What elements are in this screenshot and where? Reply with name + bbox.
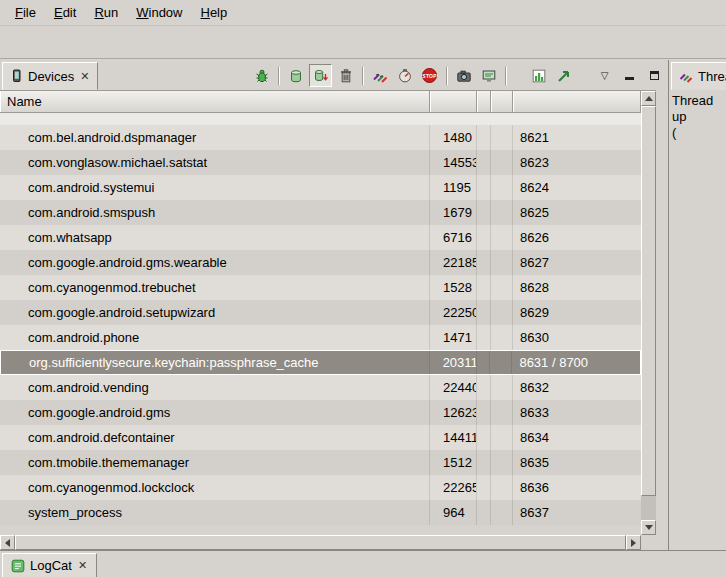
table-row[interactable]: system_process 964 8637 bbox=[0, 500, 641, 525]
process-port: 8635 bbox=[513, 450, 641, 475]
horizontal-scrollbar-thumb[interactable] bbox=[15, 535, 626, 550]
process-cell bbox=[477, 125, 491, 150]
table-row[interactable]: com.android.defcontainer 14411 8634 bbox=[0, 425, 641, 450]
screen-capture-icon[interactable] bbox=[452, 64, 475, 87]
tab-devices[interactable]: Devices ✕ bbox=[2, 62, 98, 90]
process-cell bbox=[477, 250, 491, 275]
report-icon[interactable] bbox=[527, 64, 550, 87]
devices-view: Devices ✕ bbox=[0, 60, 668, 550]
process-cell bbox=[491, 425, 513, 450]
system-info-icon[interactable] bbox=[477, 64, 500, 87]
dump-hprof-icon[interactable] bbox=[309, 64, 332, 87]
update-heap-icon[interactable] bbox=[284, 64, 307, 87]
tab-threads-label: Threads bbox=[698, 69, 726, 84]
main-toolbar-strip bbox=[0, 26, 726, 59]
threads-message-line1: Thread up bbox=[672, 93, 723, 125]
process-cell bbox=[491, 375, 513, 400]
process-name: system_process bbox=[0, 500, 430, 525]
process-name: com.android.defcontainer bbox=[0, 425, 430, 450]
table-row[interactable]: com.android.vending 22440 8632 bbox=[0, 375, 641, 400]
process-pid: 1480 bbox=[430, 125, 477, 150]
scroll-right-icon[interactable] bbox=[626, 535, 641, 550]
table-row[interactable]: com.cyanogenmod.lockclock 22265 8636 bbox=[0, 475, 641, 500]
process-cell bbox=[491, 500, 513, 525]
process-cell bbox=[491, 325, 513, 350]
process-cell bbox=[477, 400, 491, 425]
column-header[interactable] bbox=[491, 91, 513, 112]
menu-window[interactable]: Window bbox=[127, 1, 191, 24]
process-cell bbox=[477, 300, 491, 325]
device-table-body: com.bel.android.dspmanager 1480 8621 com… bbox=[0, 113, 641, 535]
menu-edit[interactable]: Edit bbox=[45, 1, 85, 24]
horizontal-scrollbar[interactable] bbox=[0, 535, 656, 550]
devices-toolbar: STOP bbox=[250, 63, 666, 88]
table-row[interactable]: com.cyanogenmod.trebuchet 1528 8628 bbox=[0, 275, 641, 300]
devices-tabbar: Devices ✕ bbox=[0, 60, 668, 90]
process-port: 8624 bbox=[513, 175, 641, 200]
tracing-arrow-icon[interactable] bbox=[552, 64, 575, 87]
menu-file[interactable]: File bbox=[6, 1, 45, 24]
process-name: com.whatsapp bbox=[0, 225, 430, 250]
process-cell bbox=[491, 300, 513, 325]
process-pid: 22265 bbox=[430, 475, 477, 500]
process-pid: 22440 bbox=[430, 375, 477, 400]
update-threads-icon[interactable] bbox=[368, 64, 391, 87]
process-port: 8632 bbox=[513, 375, 641, 400]
tab-logcat[interactable]: LogCat ✕ bbox=[2, 553, 97, 577]
process-cell bbox=[491, 175, 513, 200]
table-row[interactable]: com.tmobile.thememanager 1512 8635 bbox=[0, 450, 641, 475]
process-pid: 6716 bbox=[430, 225, 477, 250]
scroll-left-icon[interactable] bbox=[0, 535, 15, 550]
table-row[interactable]: com.google.android.setupwizard 22250 862… bbox=[0, 300, 641, 325]
process-name: com.cyanogenmod.lockclock bbox=[0, 475, 430, 500]
close-icon[interactable]: ✕ bbox=[77, 559, 88, 572]
process-name: com.android.systemui bbox=[0, 175, 430, 200]
table-row[interactable]: com.google.android.gms.wearable 22185 86… bbox=[0, 250, 641, 275]
column-header-pid[interactable] bbox=[430, 91, 477, 112]
cause-gc-icon[interactable] bbox=[334, 64, 357, 87]
process-cell bbox=[491, 225, 513, 250]
table-row[interactable]: com.android.phone 1471 8630 bbox=[0, 325, 641, 350]
process-pid: 1528 bbox=[430, 275, 477, 300]
logcat-tab-icon bbox=[11, 559, 25, 573]
method-profiling-icon[interactable] bbox=[393, 64, 416, 87]
table-row[interactable]: com.android.smspush 1679 8625 bbox=[0, 200, 641, 225]
process-name: com.android.vending bbox=[0, 375, 430, 400]
process-pid: 1679 bbox=[430, 200, 477, 225]
toolbar-separator bbox=[446, 67, 447, 85]
process-cell bbox=[477, 325, 491, 350]
vertical-scrollbar-thumb[interactable] bbox=[641, 106, 656, 496]
view-menu-icon[interactable]: ▽ bbox=[593, 64, 616, 87]
scroll-down-icon[interactable] bbox=[641, 520, 656, 535]
minimize-icon[interactable] bbox=[618, 64, 641, 87]
vertical-scrollbar[interactable] bbox=[641, 91, 656, 535]
table-row[interactable]: com.google.android.gms 12623 8633 bbox=[0, 400, 641, 425]
tab-threads[interactable]: Threads bbox=[671, 62, 726, 90]
column-header-name[interactable]: Name bbox=[0, 91, 430, 112]
column-header[interactable] bbox=[477, 91, 491, 112]
partial-row bbox=[0, 113, 641, 125]
table-row[interactable]: com.bel.android.dspmanager 1480 8621 bbox=[0, 125, 641, 150]
menu-help[interactable]: Help bbox=[191, 1, 236, 24]
process-cell bbox=[491, 125, 513, 150]
process-cell bbox=[477, 475, 491, 500]
debug-bug-icon[interactable] bbox=[250, 64, 273, 87]
table-row[interactable]: com.vonglasow.michael.satstat 14553 8623 bbox=[0, 150, 641, 175]
scrollbar-corner bbox=[641, 535, 656, 550]
menu-run[interactable]: Run bbox=[85, 1, 127, 24]
process-port: 8634 bbox=[513, 425, 641, 450]
process-pid: 964 bbox=[430, 500, 477, 525]
close-icon[interactable]: ✕ bbox=[79, 70, 90, 83]
table-row[interactable]: com.android.systemui 1195 8624 bbox=[0, 175, 641, 200]
tab-logcat-label: LogCat bbox=[30, 558, 72, 573]
process-cell bbox=[477, 375, 491, 400]
column-header-port[interactable] bbox=[513, 91, 641, 112]
toolbar-separator bbox=[278, 67, 279, 85]
maximize-icon[interactable] bbox=[643, 64, 666, 87]
table-row[interactable]: org.sufficientlysecure.keychain:passphra… bbox=[0, 350, 641, 375]
table-row[interactable]: com.whatsapp 6716 8626 bbox=[0, 225, 641, 250]
scroll-up-icon[interactable] bbox=[641, 91, 656, 106]
stop-process-icon[interactable]: STOP bbox=[418, 64, 441, 87]
process-port: 8627 bbox=[513, 250, 641, 275]
process-port: 8633 bbox=[513, 400, 641, 425]
